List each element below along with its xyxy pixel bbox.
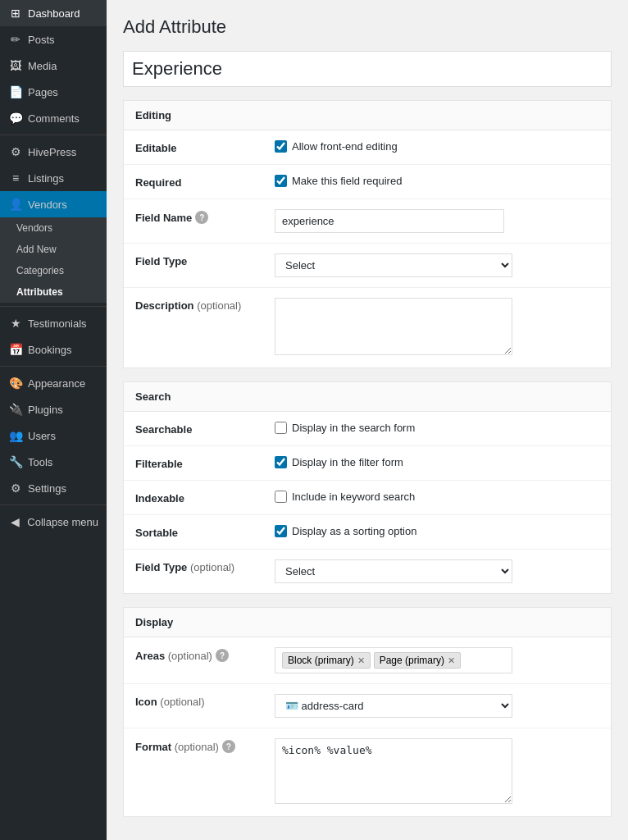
required-label: Required	[135, 175, 275, 189]
field-name-content	[275, 209, 599, 233]
field-type-label: Field Type	[135, 253, 275, 267]
editable-check-label[interactable]: Allow front-end editing	[275, 140, 599, 153]
hivepress-icon: ⚙	[8, 145, 23, 158]
field-name-help-icon[interactable]: ?	[195, 211, 208, 224]
icon-label: Icon (optional)	[135, 694, 275, 708]
sidebar-divider-2	[0, 306, 107, 307]
sidebar-item-hivepress[interactable]: ⚙ HivePress	[0, 139, 107, 165]
indexable-checkbox[interactable]	[275, 491, 287, 503]
areas-content: Block (primary) ✕ Page (primary) ✕	[275, 647, 599, 673]
areas-tag-page-close[interactable]: ✕	[448, 655, 455, 666]
sidebar: ⊞ Dashboard ✏ Posts 🖼 Media 📄 Pages 💬 Co…	[0, 0, 107, 840]
listings-icon: ≡	[8, 171, 23, 185]
indexable-row: Indexable Include in keyword search	[124, 481, 611, 515]
appearance-icon: 🎨	[8, 377, 23, 390]
editable-content: Allow front-end editing	[275, 140, 599, 153]
searchable-row: Searchable Display in the search form	[124, 412, 611, 446]
main-content: Add Attribute Editing Editable Allow fro…	[107, 0, 628, 840]
vendors-icon: 👤	[8, 198, 23, 211]
page-title: Add Attribute	[123, 16, 612, 38]
comments-icon: 💬	[8, 112, 23, 125]
format-textarea[interactable]: %icon% %value%	[275, 738, 512, 804]
sidebar-item-add-new[interactable]: Add New	[8, 239, 107, 260]
sidebar-item-posts[interactable]: ✏ Posts	[0, 26, 107, 52]
sidebar-item-appearance[interactable]: 🎨 Appearance	[0, 370, 107, 396]
filterable-label: Filterable	[135, 456, 275, 470]
sidebar-item-pages[interactable]: 📄 Pages	[0, 79, 107, 105]
areas-tags-container[interactable]: Block (primary) ✕ Page (primary) ✕	[275, 647, 512, 673]
attribute-name-input[interactable]	[123, 51, 612, 87]
media-icon: 🖼	[8, 59, 23, 72]
sidebar-item-bookings[interactable]: 📅 Bookings	[0, 336, 107, 363]
areas-tag-block-close[interactable]: ✕	[357, 655, 365, 666]
sidebar-divider-3	[0, 366, 107, 367]
searchable-label: Searchable	[135, 422, 275, 436]
description-row: Description (optional)	[124, 288, 611, 368]
sortable-checkbox[interactable]	[275, 525, 287, 537]
sidebar-item-testimonials[interactable]: ★ Testimonials	[0, 310, 107, 336]
icon-row: Icon (optional) 🪪 address-card ⭐ star 🏠 …	[124, 684, 611, 728]
searchable-checkbox[interactable]	[275, 422, 287, 434]
search-field-type-row: Field Type (optional) Select Text Number…	[124, 550, 611, 593]
testimonials-icon: ★	[8, 317, 23, 330]
search-section-body: Searchable Display in the search form Fi…	[124, 412, 611, 593]
sidebar-item-tools[interactable]: 🔧 Tools	[0, 449, 107, 475]
sidebar-item-users[interactable]: 👥 Users	[0, 422, 107, 449]
pages-icon: 📄	[8, 85, 23, 98]
users-icon: 👥	[8, 429, 23, 442]
sidebar-divider-1	[0, 135, 107, 135]
format-label: Format (optional) ?	[135, 738, 275, 753]
editing-section-body: Editable Allow front-end editing Require…	[124, 130, 611, 368]
sidebar-item-categories[interactable]: Categories	[8, 260, 107, 281]
field-name-row: Field Name ?	[124, 199, 611, 244]
sidebar-item-listings[interactable]: ≡ Listings	[0, 165, 107, 191]
description-textarea[interactable]	[275, 298, 512, 355]
sidebar-item-vendors-list[interactable]: Vendors	[8, 217, 107, 239]
sortable-row: Sortable Display as a sorting option	[124, 515, 611, 550]
sidebar-item-settings[interactable]: ⚙ Settings	[0, 475, 107, 501]
icon-select[interactable]: 🪪 address-card ⭐ star 🏠 home	[275, 694, 512, 718]
posts-icon: ✏	[8, 33, 23, 46]
areas-tag-block: Block (primary) ✕	[282, 652, 371, 669]
field-type-select[interactable]: Select Text Number Checkbox Radio	[275, 253, 512, 277]
editable-row: Editable Allow front-end editing	[124, 130, 611, 165]
filterable-content: Display in the filter form	[275, 456, 599, 468]
format-content: %icon% %value%	[275, 738, 599, 806]
editable-checkbox[interactable]	[275, 140, 287, 153]
filterable-check-label[interactable]: Display in the filter form	[275, 456, 599, 468]
search-field-type-label: Field Type (optional)	[135, 559, 275, 573]
field-type-content: Select Text Number Checkbox Radio	[275, 253, 599, 277]
field-name-input[interactable]	[275, 209, 504, 233]
areas-tag-page: Page (primary) ✕	[374, 652, 461, 669]
collapse-icon: ◀	[8, 515, 22, 528]
sidebar-item-collapse[interactable]: ◀ Collapse menu	[0, 509, 107, 535]
indexable-content: Include in keyword search	[275, 491, 599, 503]
sidebar-divider-4	[0, 504, 107, 505]
required-checkbox[interactable]	[275, 175, 287, 187]
filterable-row: Filterable Display in the filter form	[124, 446, 611, 481]
format-row: Format (optional) ? %icon% %value%	[124, 728, 611, 816]
display-section-title: Display	[124, 608, 611, 637]
required-check-label[interactable]: Make this field required	[275, 175, 599, 187]
editing-section: Editing Editable Allow front-end editing…	[123, 100, 612, 368]
filterable-checkbox[interactable]	[275, 456, 287, 468]
areas-help-icon[interactable]: ?	[216, 649, 229, 662]
format-help-icon[interactable]: ?	[222, 740, 235, 753]
areas-label: Areas (optional) ?	[135, 647, 275, 662]
search-field-type-select[interactable]: Select Text Number Checkbox Radio	[275, 559, 512, 583]
sidebar-item-dashboard[interactable]: ⊞ Dashboard	[0, 0, 107, 26]
required-row: Required Make this field required	[124, 165, 611, 199]
searchable-check-label[interactable]: Display in the search form	[275, 422, 599, 434]
sidebar-item-plugins[interactable]: 🔌 Plugins	[0, 396, 107, 422]
sidebar-item-attributes[interactable]: Attributes	[8, 281, 107, 303]
sortable-check-label[interactable]: Display as a sorting option	[275, 525, 599, 537]
indexable-check-label[interactable]: Include in keyword search	[275, 491, 599, 503]
search-field-type-content: Select Text Number Checkbox Radio	[275, 559, 599, 583]
sidebar-item-comments[interactable]: 💬 Comments	[0, 105, 107, 131]
settings-icon: ⚙	[8, 482, 23, 495]
areas-row: Areas (optional) ? Block (primary) ✕ Pag…	[124, 637, 611, 684]
sidebar-item-media[interactable]: 🖼 Media	[0, 52, 107, 79]
sidebar-item-vendors[interactable]: 👤 Vendors	[0, 191, 107, 217]
tools-icon: 🔧	[8, 455, 23, 468]
description-label: Description (optional)	[135, 298, 275, 312]
